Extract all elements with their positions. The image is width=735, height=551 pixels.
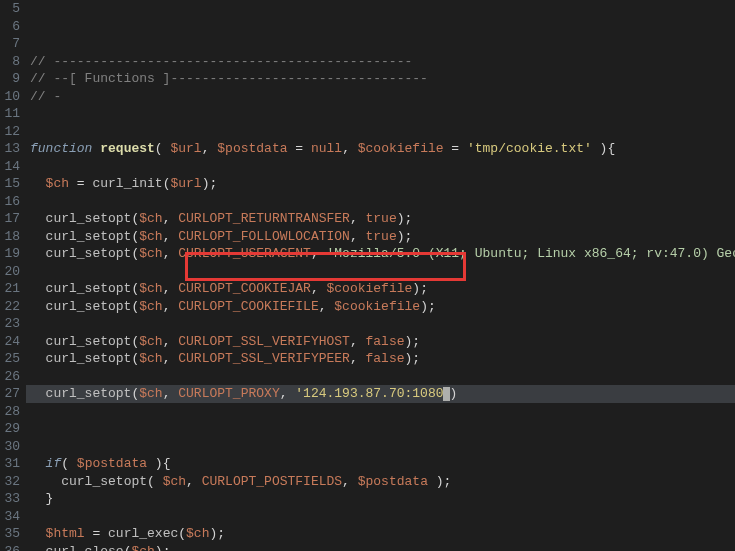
code-line[interactable] [26,508,735,526]
token-punct: , [350,229,366,244]
line-number: 34 [4,508,20,526]
token-builtin: curl_setopt [46,299,132,314]
token-variable: $cookiefile [334,299,420,314]
line-number: 21 [4,280,20,298]
line-number: 10 [4,88,20,106]
line-number: 6 [4,18,20,36]
code-line[interactable]: curl_setopt($ch, CURLOPT_USERAGENT, 'Moz… [26,245,735,263]
token-builtin: curl_setopt [46,334,132,349]
token-builtin: curl_setopt [61,474,147,489]
token-punct [30,456,46,471]
code-editor[interactable]: 5678910111213141516171819202122232425262… [0,0,735,551]
code-line[interactable]: // -------------------------------------… [26,53,735,71]
code-line[interactable] [26,368,735,386]
code-line[interactable] [26,420,735,438]
token-punct: ){ [147,456,170,471]
line-number: 26 [4,368,20,386]
code-line[interactable]: $ch = curl_init($url); [26,175,735,193]
token-string-yellow: 'tmp/cookie.txt' [467,141,592,156]
token-punct [30,351,46,366]
token-constant: CURLOPT_RETURNTRANSFER [178,211,350,226]
token-punct [30,386,46,401]
code-line[interactable]: } [26,490,735,508]
code-line[interactable]: curl_setopt( $ch, CURLOPT_POSTFIELDS, $p… [26,473,735,491]
token-constant: CURLOPT_POSTFIELDS [202,474,342,489]
token-punct [30,229,46,244]
token-punct: , [342,474,358,489]
code-line[interactable]: curl_setopt($ch, CURLOPT_COOKIEFILE, $co… [26,298,735,316]
code-line[interactable]: function request( $url, $postdata = null… [26,140,735,158]
token-punct: , [163,281,179,296]
code-line[interactable] [26,403,735,421]
token-constant: CURLOPT_PROXY [178,386,279,401]
token-punct: , [186,474,202,489]
line-number: 13 [4,140,20,158]
token-punct: , [163,334,179,349]
code-line[interactable]: // --[ Functions ]----------------------… [26,70,735,88]
line-number: 16 [4,193,20,211]
token-null: false [366,351,405,366]
code-line[interactable] [26,438,735,456]
token-punct: ); [420,299,436,314]
line-number: 14 [4,158,20,176]
token-constant: CURLOPT_USERAGENT [178,246,311,261]
token-punct: } [30,491,53,506]
code-line[interactable]: $html = curl_exec($ch); [26,525,735,543]
token-constant: CURLOPT_COOKIEJAR [178,281,311,296]
token-variable: $ch [186,526,209,541]
line-number: 31 [4,455,20,473]
token-punct: ); [202,176,218,191]
token-null: true [366,229,397,244]
code-line[interactable]: curl_setopt($ch, CURLOPT_FOLLOWLOCATION,… [26,228,735,246]
line-number-gutter: 5678910111213141516171819202122232425262… [0,0,26,551]
line-number: 11 [4,105,20,123]
code-line[interactable] [26,315,735,333]
token-builtin: curl_close [46,544,124,551]
code-line[interactable]: curl_setopt($ch, CURLOPT_COOKIEJAR, $coo… [26,280,735,298]
line-number: 7 [4,35,20,53]
token-punct: , [163,229,179,244]
token-variable: $ch [139,281,162,296]
line-number: 33 [4,490,20,508]
code-line[interactable]: curl_setopt($ch, CURLOPT_PROXY, '124.193… [26,385,735,403]
code-line[interactable]: curl_setopt($ch, CURLOPT_RETURNTRANSFER,… [26,210,735,228]
token-punct: ){ [592,141,615,156]
token-punct: ); [397,229,413,244]
token-constant: CURLOPT_SSL_VERIFYPEER [178,351,350,366]
token-builtin: curl_setopt [46,246,132,261]
code-line[interactable] [26,123,735,141]
token-punct: ); [405,334,421,349]
code-line[interactable] [26,263,735,281]
code-content[interactable]: // -------------------------------------… [26,0,735,551]
token-comment: // --[ Functions ]----------------------… [30,71,428,86]
line-number: 27 [4,385,20,403]
line-number: 19 [4,245,20,263]
token-punct: ); [405,351,421,366]
token-comment: // -------------------------------------… [30,54,412,69]
code-line[interactable]: curl_setopt($ch, CURLOPT_SSL_VERIFYHOST,… [26,333,735,351]
line-number: 30 [4,438,20,456]
code-line[interactable]: if( $postdata ){ [26,455,735,473]
token-punct: , [163,211,179,226]
code-line[interactable]: // - [26,88,735,106]
token-punct: = [85,526,108,541]
code-line[interactable] [26,193,735,211]
token-punct: ( [147,474,163,489]
token-null: false [366,334,405,349]
line-number: 20 [4,263,20,281]
code-line[interactable]: curl_setopt($ch, CURLOPT_SSL_VERIFYPEER,… [26,350,735,368]
line-number: 5 [4,0,20,18]
token-punct: , [280,386,296,401]
code-line[interactable] [26,158,735,176]
token-punct: = [69,176,92,191]
token-punct [30,246,46,261]
token-builtin: curl_setopt [46,229,132,244]
code-line[interactable] [26,105,735,123]
token-punct: , [350,351,366,366]
token-punct: , [163,351,179,366]
code-line[interactable]: curl_close($ch); [26,543,735,551]
token-punct: ) [450,386,458,401]
token-variable: $ch [139,229,162,244]
token-variable: $ch [139,211,162,226]
line-number: 36 [4,543,20,552]
